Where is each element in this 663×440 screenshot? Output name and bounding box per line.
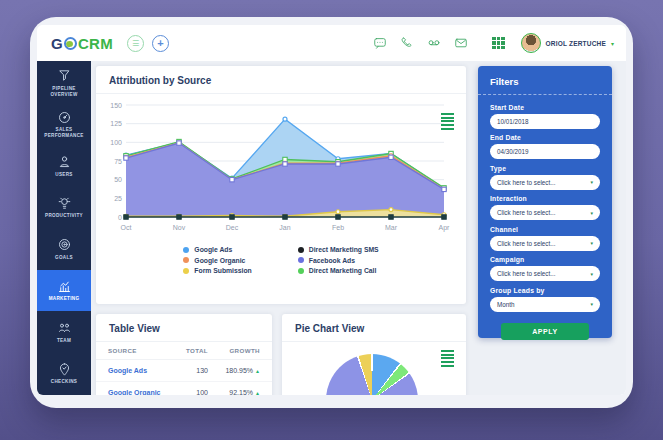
svg-text:Oct: Oct: [121, 224, 132, 231]
filter-label-start-date: Start Date: [490, 104, 600, 111]
divider: [282, 341, 466, 342]
field-value: Month: [497, 301, 515, 308]
attribution-card-title: Attribution by Source: [96, 66, 466, 93]
interaction-select[interactable]: Click here to select...▾: [490, 205, 600, 220]
quick-menu-button[interactable]: ☰: [127, 35, 144, 52]
dropdown-arrow-icon: ▾: [590, 179, 593, 185]
legend-label: Direct Marketing SMS: [309, 246, 379, 253]
legend-item-form-submission[interactable]: Form Submission: [183, 267, 251, 274]
legend-label: Form Submission: [194, 267, 251, 274]
field-value: 10/01/2018: [497, 118, 529, 125]
table-row[interactable]: Google Organic10092.15%▲: [96, 382, 272, 395]
type-select[interactable]: Click here to select...▾: [490, 175, 600, 190]
svg-text:75: 75: [114, 158, 122, 165]
app-body: PIPELINE OVERVIEWSALES PERFORMANCEUSERSP…: [37, 61, 626, 395]
filter-label-group-leads-by: Group Leads by: [490, 287, 600, 294]
gauge-icon: [57, 110, 72, 125]
start-date-input[interactable]: 10/01/2018: [490, 114, 600, 129]
table-view-card: Table View SOURCETOTALGROWTHGoogle Ads13…: [96, 314, 272, 395]
logo-text-g: G: [51, 35, 63, 52]
svg-text:Dec: Dec: [226, 224, 239, 231]
filters-panel: Filters Start Date10/01/2018End Date04/3…: [478, 66, 612, 338]
legend-dot-icon: [298, 268, 304, 274]
chart-menu-icon[interactable]: [441, 113, 454, 130]
chart-legend: Google AdsGoogle OrganicForm SubmissionD…: [96, 246, 466, 274]
sidebar-item-label: MARKETING: [49, 296, 80, 302]
message-icon[interactable]: [373, 36, 387, 50]
table-row[interactable]: Google Ads130180.95%▲: [96, 360, 272, 382]
svg-text:50: 50: [114, 176, 122, 183]
legend-label: Google Organic: [194, 257, 245, 264]
gocrm-logo[interactable]: G CRM: [51, 35, 113, 52]
svg-text:100: 100: [110, 139, 122, 146]
sidebar-item-goals[interactable]: GOALS: [37, 228, 91, 270]
add-new-button[interactable]: +: [152, 35, 169, 52]
svg-text:Mar: Mar: [385, 224, 398, 231]
sidebar-item-team[interactable]: TEAM: [37, 311, 91, 353]
column-header-source: SOURCE: [108, 347, 174, 354]
legend-item-google-organic[interactable]: Google Organic: [183, 257, 251, 264]
pie-menu-icon[interactable]: [441, 350, 454, 367]
field-value: 04/30/2019: [497, 148, 529, 155]
chevron-down-icon: ▾: [611, 40, 614, 47]
svg-text:25: 25: [114, 195, 122, 202]
sidebar-item-label: PRODUCTIVITY: [45, 213, 83, 219]
legend-item-facebook-ads[interactable]: Facebook Ads: [298, 257, 379, 264]
divider: [96, 93, 466, 94]
growth-value: 92.15%▲: [208, 389, 260, 395]
sidebar-item-pipeline-overview[interactable]: PIPELINE OVERVIEW: [37, 62, 91, 104]
user-menu[interactable]: ORIOL ZERTUCHE ▾: [521, 33, 614, 53]
sidebar-nav: PIPELINE OVERVIEWSALES PERFORMANCEUSERSP…: [37, 61, 91, 395]
group-leads-by-select[interactable]: Month▾: [490, 297, 600, 312]
svg-text:Jan: Jan: [279, 224, 290, 231]
sidebar-item-users[interactable]: USERS: [37, 145, 91, 187]
channel-select[interactable]: Click here to select...▾: [490, 236, 600, 251]
user-icon: [57, 154, 72, 169]
campaign-select[interactable]: Click here to select...▾: [490, 266, 600, 281]
attribution-area-chart: 0255075100125150OctNovDecJanFebMarApr: [100, 95, 456, 243]
end-date-input[interactable]: 04/30/2019: [490, 144, 600, 159]
legend-item-direct-marketing-sms[interactable]: Direct Marketing SMS: [298, 246, 379, 253]
pie-chart[interactable]: [326, 354, 418, 395]
device-frame: G CRM ☰ + ORIOL ZERTUCHE ▾ PIPELIN: [30, 17, 633, 408]
filter-label-campaign: Campaign: [490, 256, 600, 263]
sidebar-item-label: PIPELINE OVERVIEW: [40, 86, 88, 98]
source-link[interactable]: Google Ads: [108, 367, 174, 374]
source-link[interactable]: Google Organic: [108, 389, 174, 395]
filter-label-end-date: End Date: [490, 134, 600, 141]
dropdown-arrow-icon: ▾: [590, 271, 593, 277]
sidebar-item-productivity[interactable]: PRODUCTIVITY: [37, 187, 91, 229]
mail-icon[interactable]: [454, 36, 468, 50]
dropdown-arrow-icon: ▾: [590, 301, 593, 307]
filters-title: Filters: [478, 66, 612, 94]
growth-up-icon: ▲: [255, 368, 260, 374]
logo-text-crm: CRM: [78, 35, 113, 52]
legend-dot-icon: [298, 257, 304, 263]
filter-fields: Start Date10/01/2018End Date04/30/2019Ty…: [478, 95, 612, 312]
sidebar-item-label: USERS: [55, 172, 72, 178]
apps-grid-icon[interactable]: [492, 37, 504, 49]
attribution-card: Attribution by Source 0255075100125150Oc…: [96, 66, 466, 304]
svg-text:Nov: Nov: [173, 224, 186, 231]
sidebar-item-marketing[interactable]: MARKETING: [37, 270, 91, 312]
filter-label-interaction: Interaction: [490, 195, 600, 202]
main-content: Attribution by Source 0255075100125150Oc…: [91, 61, 626, 395]
lightbulb-icon: [57, 196, 72, 211]
logo-leaf-o-icon: [64, 37, 77, 50]
sidebar-item-label: TEAM: [57, 338, 71, 344]
field-value: Click here to select...: [497, 240, 555, 247]
voicemail-icon[interactable]: [427, 36, 441, 50]
legend-item-direct-marketing-call[interactable]: Direct Marketing Call: [298, 267, 379, 274]
legend-dot-icon: [183, 268, 189, 274]
dropdown-arrow-icon: ▾: [590, 210, 593, 216]
phone-icon[interactable]: [400, 36, 414, 50]
field-value: Click here to select...: [497, 209, 555, 216]
source-table: SOURCETOTALGROWTHGoogle Ads130180.95%▲Go…: [96, 342, 272, 395]
funnel-icon: [57, 68, 72, 83]
legend-item-google-ads[interactable]: Google Ads: [183, 246, 251, 253]
sidebar-item-checkins[interactable]: CHECKINS: [37, 353, 91, 395]
apply-button[interactable]: APPLY: [501, 323, 589, 340]
table-header-row: SOURCETOTALGROWTH: [96, 342, 272, 360]
sidebar-item-sales-performance[interactable]: SALES PERFORMANCE: [37, 104, 91, 146]
legend-label: Google Ads: [194, 246, 232, 253]
